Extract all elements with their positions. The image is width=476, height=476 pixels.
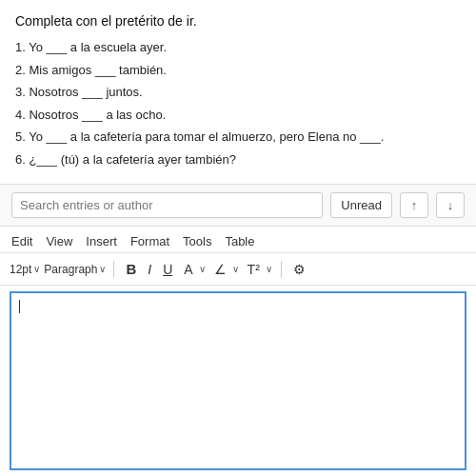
superscript-caret[interactable]: ∨ — [265, 264, 273, 274]
editor-menubar: EditViewInsertFormatToolsTable — [0, 227, 476, 253]
question-item: 4. Nosotros ___ a las ocho. — [15, 106, 461, 125]
menu-item-tools[interactable]: Tools — [183, 234, 211, 248]
underline-button[interactable]: U — [159, 260, 176, 279]
editor-section: EditViewInsertFormatToolsTable 12pt ∨ Pa… — [0, 227, 476, 476]
superscript-group: T² ∨ — [244, 260, 273, 279]
highlight-group: ∠ ∨ — [210, 260, 240, 279]
font-color-button[interactable]: A — [180, 260, 196, 279]
search-input[interactable] — [11, 192, 323, 218]
link-button[interactable]: ⚙ — [289, 260, 309, 279]
download-button[interactable]: ↓ — [436, 192, 465, 218]
question-section: Completa con el pretérito de ir. 1. Yo _… — [0, 0, 476, 184]
editor-area[interactable] — [10, 291, 466, 470]
menu-item-table[interactable]: Table — [225, 234, 254, 248]
paragraph-caret: ∨ — [99, 264, 106, 274]
font-color-group: A ∨ — [180, 260, 206, 279]
toolbar-divider-1 — [113, 261, 114, 278]
editor-toolbar: 12pt ∨ Paragraph ∨ B I U A ∨ ∠ ∨ T² ∨ — [0, 253, 476, 286]
question-item: 3. Nosotros ___ juntos. — [15, 83, 461, 102]
font-size-label: 12pt — [10, 263, 31, 276]
question-title: Completa con el pretérito de ir. — [15, 13, 461, 29]
question-list: 1. Yo ___ a la escuela ayer.2. Mis amigo… — [15, 38, 461, 169]
font-size-caret: ∨ — [33, 264, 40, 274]
font-size-select[interactable]: 12pt ∨ — [10, 263, 40, 276]
paragraph-select[interactable]: Paragraph ∨ — [44, 263, 106, 276]
question-item: 5. Yo ___ a la cafetería para tomar el a… — [15, 128, 461, 147]
upload-button[interactable]: ↑ — [400, 192, 428, 218]
italic-button[interactable]: I — [144, 260, 155, 279]
editor-cursor — [19, 300, 20, 313]
menu-item-edit[interactable]: Edit — [11, 234, 32, 248]
question-item: 1. Yo ___ a la escuela ayer. — [15, 38, 461, 57]
menu-item-format[interactable]: Format — [130, 234, 169, 248]
superscript-button[interactable]: T² — [244, 260, 264, 279]
search-bar: Unread ↑ ↓ — [0, 184, 476, 227]
paragraph-label: Paragraph — [44, 263, 97, 276]
toolbar-divider-2 — [281, 261, 282, 278]
question-item: 2. Mis amigos ___ también. — [15, 61, 461, 80]
font-color-caret[interactable]: ∨ — [198, 264, 207, 274]
question-item: 6. ¿___ (tú) a la cafetería ayer también… — [15, 150, 461, 169]
bold-button[interactable]: B — [122, 259, 140, 279]
highlight-button[interactable]: ∠ — [210, 260, 230, 279]
menu-item-view[interactable]: View — [46, 234, 72, 248]
highlight-caret[interactable]: ∨ — [231, 264, 240, 274]
unread-button[interactable]: Unread — [330, 192, 392, 218]
menu-item-insert[interactable]: Insert — [86, 234, 117, 248]
page-wrapper: Completa con el pretérito de ir. 1. Yo _… — [0, 0, 476, 476]
